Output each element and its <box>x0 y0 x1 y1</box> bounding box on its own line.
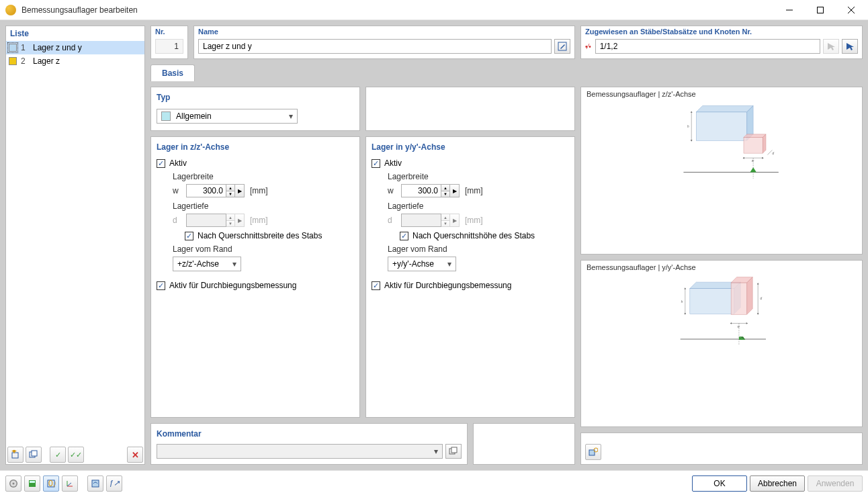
comment-combo[interactable]: ▾ <box>157 444 443 459</box>
cancel-button[interactable]: Abbrechen <box>750 475 805 492</box>
name-input[interactable] <box>198 39 552 54</box>
theory-button[interactable] <box>87 475 103 492</box>
d-y-stepper: ▶ <box>450 214 460 227</box>
ok-button[interactable]: OK <box>692 475 747 492</box>
maximize-button[interactable] <box>805 0 836 20</box>
pick-nodes-button[interactable] <box>842 39 858 54</box>
check-all-button[interactable]: ✓✓ <box>68 447 84 463</box>
units-button[interactable]: 0,0 <box>43 475 59 492</box>
nach-breite-checkbox[interactable] <box>185 232 193 240</box>
edit-name-button[interactable] <box>554 39 570 54</box>
w-y-stepper[interactable]: ▶ <box>450 184 460 197</box>
rand-z-combo[interactable]: +z/z'-Achse ▾ <box>173 257 241 271</box>
close-button[interactable] <box>836 0 867 20</box>
type-row: Typ Allgemein ▾ <box>150 87 575 131</box>
calculator-button[interactable] <box>24 475 40 492</box>
comment-panel: Kommentar ▾ <box>150 423 468 465</box>
aktiv-z-checkbox[interactable] <box>157 159 165 168</box>
list-item-label: Lager z <box>33 56 60 66</box>
comment-title: Kommentar <box>157 426 462 441</box>
right-pane: Nr. 1 Name Zugewiesen an Stäbe/Stabsätze… <box>150 26 863 465</box>
assign-input[interactable] <box>595 39 820 54</box>
apply-button: Anwenden <box>808 475 863 492</box>
main-area: Typ Allgemein ▾ Lager in z/z'-Achse <box>150 87 863 465</box>
svg-rect-48 <box>30 481 35 483</box>
aktiv-y-checkbox[interactable] <box>372 159 380 168</box>
lager-z-panel: Lager in z/z'-Achse Aktiv Lagerbreite w <box>150 136 360 418</box>
nr-label: Nr. <box>151 26 187 37</box>
copy-item-button[interactable] <box>26 447 42 463</box>
corner-panel-right <box>580 432 863 465</box>
w-y-spinner[interactable]: ▲▼ <box>441 184 450 197</box>
help-button[interactable] <box>5 475 21 492</box>
durchbieg-y-checkbox[interactable] <box>372 281 380 290</box>
aktiv-y-label: Aktiv <box>384 158 402 168</box>
function-button[interactable]: ƒ↗ <box>106 475 122 492</box>
list-panel: Liste 1 Lager z und y 2 Lager z ✦ ✓ ✓✓ <box>5 26 145 465</box>
preview-column: Bemessungsauflager | z/z'-Achse <box>580 87 863 465</box>
aktiv-z-label: Aktiv <box>169 158 187 168</box>
nr-value: 1 <box>155 39 183 54</box>
d-symbol: d <box>388 216 396 225</box>
type-combo[interactable]: Allgemein ▾ <box>157 109 298 124</box>
svg-text:d: d <box>761 297 763 300</box>
tab-basis[interactable]: Basis <box>150 64 195 81</box>
w-z-stepper[interactable]: ▶ <box>235 184 245 197</box>
w-y-input[interactable] <box>401 184 441 197</box>
svg-rect-7 <box>32 451 37 456</box>
graphics-settings-button[interactable] <box>585 444 601 460</box>
titlebar: Bemessungsauflager bearbeiten <box>0 0 868 20</box>
durchbieg-z-checkbox[interactable] <box>157 281 165 290</box>
delete-button[interactable]: ✕ <box>127 447 143 463</box>
svg-text:w: w <box>738 324 740 328</box>
lager-row: Lager in z/z'-Achse Aktiv Lagerbreite w <box>150 136 575 418</box>
check-single-button[interactable]: ✓ <box>50 447 66 463</box>
svg-text:h: h <box>687 125 689 128</box>
svg-rect-31 <box>731 283 747 314</box>
aktiv-z-row: Aktiv <box>157 158 354 168</box>
w-z-spinner[interactable]: ▲▼ <box>226 184 235 197</box>
list-item-1[interactable]: 1 Lager z und y <box>6 41 144 54</box>
node-icon: •⁄• <box>585 43 591 50</box>
list-toolbar: ✦ ✓ ✓✓ ✕ <box>6 445 144 464</box>
type-panel-empty <box>365 87 575 131</box>
lager-y-title: Lager in y/y'-Achse <box>372 140 569 154</box>
new-item-button[interactable]: ✦ <box>7 447 24 463</box>
list-item-label: Lager z und y <box>33 43 82 52</box>
lagerbreite-y-label: Lagerbreite <box>388 172 569 181</box>
w-z-input[interactable] <box>186 184 226 197</box>
chevron-down-icon: ▾ <box>228 259 241 269</box>
color-swatch-icon <box>9 44 17 52</box>
coord-button[interactable] <box>62 475 78 492</box>
list-item-2[interactable]: 2 Lager z <box>6 54 144 68</box>
rand-y-combo[interactable]: +y/y'-Achse ▾ <box>388 257 456 271</box>
color-swatch-icon <box>9 57 17 65</box>
window-title: Bemessungsauflager bearbeiten <box>21 5 774 15</box>
svg-text:w: w <box>752 159 754 163</box>
svg-text:d: d <box>772 152 774 156</box>
rand-z-label: Lager vom Rand <box>173 244 354 254</box>
main-left: Typ Allgemein ▾ Lager in z/z'-Achse <box>150 87 575 465</box>
minimize-button[interactable] <box>774 0 805 20</box>
assign-panel: Zugewiesen an Stäbe/Stabsätze und Knoten… <box>580 26 863 59</box>
pick-members-button[interactable] <box>823 39 839 54</box>
svg-marker-25 <box>750 167 756 172</box>
svg-rect-10 <box>451 447 457 453</box>
durchbieg-y-label: Aktiv für Durchbiegungsbemessung <box>384 281 511 290</box>
d-z-spinner: ▲▼ <box>226 214 235 227</box>
lagertiefe-y-label: Lagertiefe <box>388 201 569 211</box>
nach-hoehe-checkbox[interactable] <box>400 232 408 240</box>
mm-unit: [mm] <box>250 186 268 195</box>
list-body[interactable]: 1 Lager z und y 2 Lager z <box>6 41 144 445</box>
svg-point-46 <box>13 482 15 484</box>
type-value: Allgemein <box>175 111 285 121</box>
content-area: Liste 1 Lager z und y 2 Lager z ✦ ✓ ✓✓ <box>0 20 868 470</box>
lager-z-title: Lager in z/z'-Achse <box>157 140 354 154</box>
type-title: Typ <box>157 90 354 105</box>
svg-marker-14 <box>744 134 766 138</box>
preview-y-panel: Bemessungsauflager | y/y'-Achse <box>580 260 863 428</box>
rand-y-label: Lager vom Rand <box>388 244 569 254</box>
svg-line-53 <box>67 483 71 486</box>
comment-library-button[interactable] <box>445 444 462 459</box>
app-icon <box>5 5 16 15</box>
